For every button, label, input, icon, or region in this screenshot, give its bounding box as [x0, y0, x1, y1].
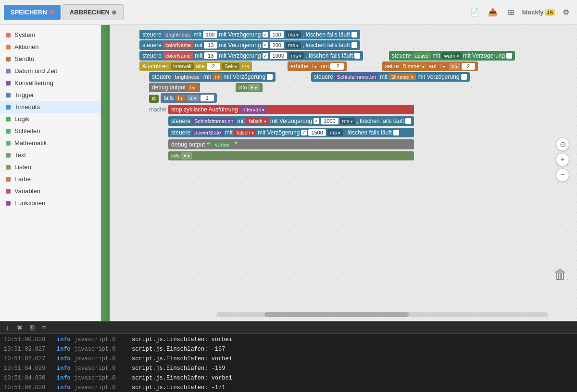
sidebar-label-timeouts: Timeouts: [14, 103, 40, 110]
sidebar-item-text[interactable]: Text: [0, 149, 100, 161]
console-level: info: [57, 345, 74, 354]
blocks-workspace: steuere brightness mit 100 mit Verzögeru…: [115, 30, 553, 162]
console-message: script.js.Einschlafen: -167: [132, 345, 225, 354]
console-level: info: [57, 335, 74, 344]
sidebar: System Aktionen Sendto Datum und Zeit Ko…: [0, 25, 101, 321]
mache-body: stop zyklische Ausführung Intervall steu…: [168, 105, 414, 161]
sidebar-label-schleifen: Schleifen: [14, 127, 40, 135]
block-steuere-brightness-i[interactable]: steuere brightness mit i mit Verzögerung: [149, 72, 276, 82]
trash-icon[interactable]: 🗑: [554, 267, 567, 282]
console-message: script.js.Einschlafen: -171: [132, 383, 225, 392]
gear-badge[interactable]: ⚙: [149, 95, 159, 103]
sidebar-item-farbe[interactable]: Farbe: [0, 173, 100, 185]
share-icon[interactable]: 📤: [486, 5, 500, 20]
sidebar-label-system: System: [14, 31, 35, 38]
console-source: javascript.0: [74, 335, 132, 344]
abort-button[interactable]: ABBRECHEN ⊗: [63, 4, 124, 20]
canvas-scrollbar[interactable]: [216, 312, 548, 317]
console-line: 10:51:04.029 info javascript.0 script.js…: [0, 364, 577, 373]
block-erhöhe[interactable]: erhöhe i um -2: [288, 61, 347, 71]
console-copy-icon[interactable]: ⎘: [28, 323, 36, 332]
console-level: info: [57, 364, 74, 373]
zoom-reset-button[interactable]: ⊙: [556, 137, 569, 151]
console-timestamp: 10:51:02.027: [4, 345, 57, 354]
sidebar-item-konvertierung[interactable]: Konvertierung: [0, 77, 100, 89]
console-level: info: [57, 355, 74, 363]
canvas-scrollbar-thumb[interactable]: [264, 312, 409, 317]
sidebar-item-listen[interactable]: Listen: [0, 161, 100, 173]
sidebar-dot-sendto: [6, 57, 11, 61]
block-steuere-colorname-200[interactable]: steuere colorName mit 13 mit Verzögerung…: [139, 40, 360, 50]
zoom-in-button[interactable]: +: [556, 153, 569, 166]
sidebar-item-aktionen[interactable]: Aktionen: [0, 41, 100, 53]
settings-icon[interactable]: ⚙: [559, 5, 573, 20]
sidebar-item-timeouts[interactable]: Timeouts: [0, 101, 100, 113]
sidebar-dot-text: [6, 153, 11, 158]
console-message: script.js.Einschlafen: -169: [132, 364, 225, 373]
block-debug-output-vorbei[interactable]: debug output ❝ vorbei ❞: [168, 139, 414, 149]
sidebar-dot-variablen: [6, 189, 11, 194]
export-icon[interactable]: 📄: [467, 5, 482, 20]
block-steuere-schlafzimmer-on[interactable]: steuere Schlafzimmer.on mit falsch mit V…: [168, 116, 414, 126]
console-clear-icon[interactable]: ✖: [15, 323, 25, 332]
canvas-area[interactable]: steuere brightness mit 100 mit Verzögeru…: [101, 25, 577, 321]
save-button[interactable]: SPEICHERN ✖: [4, 5, 61, 20]
console-down-icon[interactable]: ↓: [4, 323, 11, 332]
falls-container: ⚙ falls i ≤ 1: [149, 93, 553, 104]
sidebar-item-variablen[interactable]: Variablen: [0, 185, 100, 197]
console-line: 10:51:04.030 info javascript.0 script.js…: [0, 373, 577, 383]
sidebar-item-schleifen[interactable]: Schleifen: [0, 125, 100, 137]
console-source: javascript.0: [74, 364, 132, 373]
sidebar-dot-farbe: [6, 177, 11, 182]
sidebar-item-trigger[interactable]: Trigger: [0, 89, 100, 101]
console-line: 10:51:02.027 info javascript.0 script.js…: [0, 354, 577, 364]
sidebar-dot-datum: [6, 69, 11, 74]
block-setze-dimmer[interactable]: setze Dimmer auf i x 2: [382, 61, 478, 71]
grid-icon[interactable]: ⊞: [504, 5, 518, 20]
sidebar-dot-mathematik: [6, 141, 11, 146]
console-area: ↓ ✖ ⎘ ≡ 10:51:00.028 info javascript.0 s…: [0, 321, 577, 392]
console-timestamp: 10:51:00.028: [4, 335, 57, 344]
console-message: script.js.Einschlafen: vorbei: [132, 335, 232, 344]
sidebar-item-funktionen[interactable]: Funktionen: [0, 197, 100, 209]
block-info-1[interactable]: info ▾: [236, 83, 263, 92]
abort-label: ABBRECHEN: [70, 9, 110, 16]
sidebar-dot-funktionen: [6, 201, 11, 206]
console-line: 10:51:02.027 info javascript.0 script.js…: [0, 344, 577, 354]
console-timestamp: 10:51:04.030: [4, 374, 57, 382]
console-lines: 10:51:00.028 info javascript.0 script.js…: [0, 334, 577, 392]
sidebar-item-mathematik[interactable]: Mathematik: [0, 137, 100, 149]
console-toolbar: ↓ ✖ ⎘ ≡: [0, 322, 577, 334]
console-list-icon[interactable]: ≡: [40, 323, 48, 332]
block-steuere-powerstate[interactable]: steuere powerState mit falsch mit Verzög…: [168, 128, 414, 137]
block-steuere-active[interactable]: steuere active mit wahr mit Verzögerung: [389, 51, 515, 61]
save-label: SPEICHERN: [11, 9, 47, 16]
block-debug-output-1[interactable]: debug output i: [149, 83, 200, 92]
sidebar-label-logik: Logik: [14, 115, 29, 122]
block-falls[interactable]: falls i ≤ 1: [161, 93, 217, 103]
console-timestamp: 10:51:06.028: [4, 383, 57, 392]
abort-icon: ⊗: [112, 9, 116, 16]
sidebar-label-datum: Datum und Zeit: [14, 67, 57, 74]
blockly-text: blockly: [522, 9, 544, 16]
zoom-out-button[interactable]: −: [556, 168, 569, 182]
block-info-2[interactable]: info ▾: [168, 151, 414, 160]
block-steuere-brightness-1[interactable]: steuere brightness mit 100 mit Verzögeru…: [139, 30, 360, 39]
sidebar-dot-schleifen: [6, 129, 11, 134]
block-steuere-colorname-1000[interactable]: steuere colorName mit 13 mit Verzögerung…: [139, 51, 363, 61]
console-line: 10:51:06.028 info javascript.0 script.js…: [0, 383, 577, 392]
block-ausführen-intervall[interactable]: Ausführen Intervall alle 2 Sek ms: [139, 61, 252, 71]
console-source: javascript.0: [74, 383, 132, 392]
sidebar-dot-aktionen: [6, 45, 11, 49]
console-message: script.js.Einschlafen: vorbei: [132, 355, 232, 363]
sidebar-item-sendto[interactable]: Sendto: [0, 53, 100, 65]
block-steuere-schlafzimmer-bri[interactable]: steuere Schlafzimmer.bri mit Dimmer mit …: [311, 72, 470, 82]
console-message: script.js.Einschlafen: vorbei: [132, 374, 232, 382]
mache-container: mache stop zyklische Ausführung Interval…: [149, 105, 553, 161]
left-stripe: [101, 25, 110, 321]
sidebar-item-datum[interactable]: Datum und Zeit: [0, 65, 100, 77]
sidebar-item-system[interactable]: System: [0, 29, 100, 41]
sidebar-item-logik[interactable]: Logik: [0, 113, 100, 125]
block-stop-zyklisch[interactable]: stop zyklische Ausführung Intervall: [168, 105, 414, 114]
sidebar-dot-logik: [6, 117, 11, 122]
